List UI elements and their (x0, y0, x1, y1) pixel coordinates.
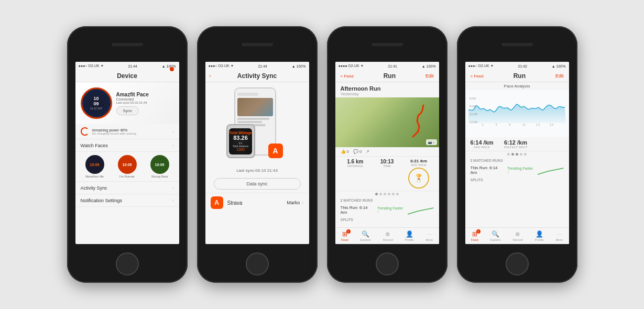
phone-activity-sync: ●●●○ O2-UK ✦ 21:44 ▲ 100% ‹ Activity Syn… (197, 26, 318, 283)
p1-activity-sync[interactable]: Activity Sync › (75, 182, 179, 194)
pace-avg-stat: 6:14 /km AVG PACE (471, 139, 494, 149)
map-area: 📷 + (335, 97, 439, 147)
svg-text:12:00: 12:00 (470, 120, 478, 124)
p4-run-compare: This Run: 6:14 /km Trending Faster ↑ (465, 164, 569, 176)
nav-explore[interactable]: 🔍 Explore (360, 230, 370, 241)
phone-home-button-4[interactable] (506, 252, 529, 275)
nav-more[interactable]: ··· More (425, 230, 433, 241)
profile-icon: 👤 (406, 230, 413, 238)
phone-home-button-3[interactable] (376, 252, 399, 275)
p2-data-sync-button[interactable]: Data sync (214, 178, 301, 190)
mini-trend-chart (408, 205, 433, 215)
watch-mockup-face: Total Mileage 83.26 km Total distance 13… (229, 128, 252, 154)
phone-home-button-1[interactable] (116, 252, 139, 275)
time-3: 21:41 (388, 64, 397, 68)
p4-feed-badge: 1 (476, 229, 481, 234)
p4-nav-profile[interactable]: 👤 Profile (535, 230, 544, 241)
p4-nav-explore[interactable]: 🔍 Explore (490, 230, 500, 241)
p1-watch-section: 1009 12-12 SAT Amazfit Pace Connected La… (75, 82, 179, 124)
mock-activity-img (237, 98, 273, 116)
p1-watch-faces-header[interactable]: Watch Faces › (75, 139, 179, 152)
strava-label: Strava (227, 200, 287, 206)
p4-profile-icon: 👤 (536, 230, 543, 238)
phone-home-button-2[interactable] (246, 252, 269, 275)
sync-button[interactable]: Sync (116, 106, 139, 115)
nav-profile[interactable]: 👤 Profile (405, 230, 414, 241)
metric-time: 10:13 TIME (372, 159, 402, 189)
strava-logo-icon: A (211, 196, 223, 209)
p4-nav-feed[interactable]: ⊞ 1 Feed (471, 230, 478, 241)
time-1: 21:44 (128, 64, 137, 68)
p3-header: < Feed Run Edit (335, 70, 439, 82)
p4-edit-button[interactable]: Edit (555, 73, 564, 79)
more-label: More (425, 238, 433, 241)
trophy-circle: 🏆 x 2 (408, 168, 429, 189)
wf-label-marathon: Marathon life (85, 175, 104, 178)
wf-circle-marathon: 10:09 (85, 155, 104, 174)
metric-distance-val: 1.6 km (341, 159, 370, 164)
p4-nav-record[interactable]: ⏺ Record (512, 230, 522, 241)
p3-run-compare: This Run: 6:14 /km Trending Faster ↑ (335, 204, 439, 216)
watch-info: Amazfit Pace Connected Last sync:03-10 2… (116, 92, 174, 115)
carrier-2: ●●●○ O2-UK ✦ (209, 64, 234, 68)
p3-back-button[interactable]: < Feed (341, 74, 354, 79)
phones-container: ●●●○ O2-UK ✦ 21:44 ▲ 100% Device 1009 12… (57, 16, 588, 293)
wf-circle-strongbeat: 10:09 (150, 155, 169, 174)
dots-indicator-4 (465, 151, 569, 157)
p4-profile-label: Profile (535, 238, 544, 241)
p2-back-arrow[interactable]: ‹ (210, 73, 211, 79)
carrier-4: ●●●○ O2-UK ✦ (468, 64, 494, 68)
record-label: Record (383, 238, 392, 241)
status-bar-4: ●●●○ O2-UK ✦ 21:42 ▲ 100% (465, 62, 569, 70)
p2-device-visual: Total Mileage 83.26 km Total distance 13… (205, 82, 309, 166)
p3-matched-runs: 2 MATCHED RUNS (335, 197, 439, 204)
chevron-strava: › (302, 200, 303, 206)
p2-header: ‹ Activity Sync (205, 70, 309, 82)
p4-back-button[interactable]: < Feed (471, 74, 484, 79)
p4-trending-indicator: Trending Faster ↑ (507, 167, 536, 174)
phone-pace-analysis: ●●●○ O2-UK ✦ 21:42 ▲ 100% < Feed Run Edi… (457, 26, 577, 283)
p2-strava-row[interactable]: A Strava Marko › (205, 193, 309, 212)
nav-feed[interactable]: ⊞ 1 Feed (341, 230, 348, 241)
p4-header: < Feed Run Edit (465, 70, 569, 82)
strava-user: Marko (287, 200, 300, 205)
share-button[interactable]: ↗ (366, 149, 369, 154)
phone3-screen: ●●●● O2-UK ✦ 21:41 ▲ 100% < Feed Run Edi… (335, 62, 439, 244)
wf-marathon[interactable]: 10:09 Marathon life (85, 155, 104, 178)
like-button[interactable]: 👍 0 (341, 149, 349, 154)
watch-sync: Last sync:03-10 21:44 (116, 101, 174, 104)
pace-chart-area: 8:00 9:00 10:00 12:00 2 5 8 11 1.2 1.5 (465, 90, 569, 137)
metric-pace: 6:21 /km AVG PACE (410, 159, 427, 167)
explore-label: Explore (360, 238, 370, 241)
p3-edit-button[interactable]: Edit (425, 73, 434, 79)
p2-sync-info: Last sync:03-10 21:43 (205, 166, 309, 175)
p3-title: Run (384, 72, 396, 80)
status-bar-2: ●●●○ O2-UK ✦ 21:44 ▲ 100% (205, 62, 309, 70)
p4-matched-runs: 2 MATCHED RUNS (465, 157, 569, 164)
pace-fastest-stat: 6:12 /km FASTEST SPLIT (504, 139, 528, 149)
wf-strongbeat[interactable]: 10:09 Strong Beat (150, 155, 169, 178)
phone-speaker-3 (372, 43, 403, 46)
p4-nav-more[interactable]: ··· More (555, 230, 563, 241)
notification-dot (170, 67, 174, 71)
watch-time-display: 1009 (90, 96, 103, 107)
feed-badge: 1 (346, 229, 351, 234)
wf-label-runner: I'm Runner (119, 175, 135, 178)
watch-mockup-small: Total Mileage 83.26 km Total distance 13… (226, 124, 255, 158)
phone-speaker-2 (242, 43, 273, 46)
feed-label: Feed (341, 238, 348, 241)
status-bar-1: ●●●○ O2-UK ✦ 21:44 ▲ 100% (75, 62, 179, 70)
p4-more-icon: ··· (556, 230, 562, 238)
pace-chart-title: Pace Analysis (465, 82, 569, 90)
p1-notification-settings[interactable]: Notification Settings › (75, 194, 179, 207)
wf-label-strongbeat: Strong Beat (151, 175, 168, 178)
comment-button[interactable]: 💬 0 (353, 149, 362, 154)
wf-runner[interactable]: 10:09 I'm Runner (118, 155, 137, 178)
svg-text:5: 5 (495, 123, 497, 126)
svg-text:2: 2 (482, 123, 483, 126)
map-route-svg (402, 103, 429, 139)
nav-record[interactable]: ⏺ Record (383, 230, 392, 241)
svg-text:8: 8 (509, 123, 510, 126)
phone-speaker (112, 43, 143, 46)
metric-time-label: TIME (372, 164, 402, 168)
